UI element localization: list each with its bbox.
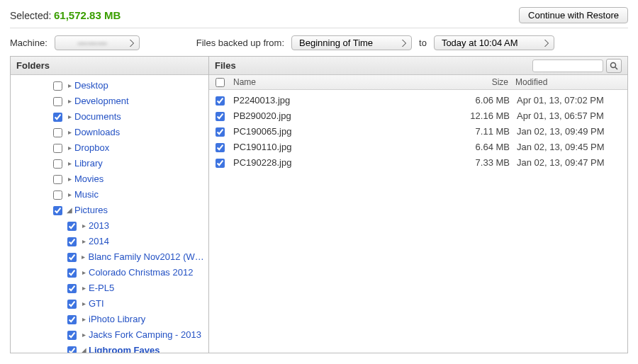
folder-row[interactable]: ◢Pictures — [11, 203, 208, 218]
col-size[interactable]: Size — [452, 77, 508, 87]
folder-label[interactable]: E-PL5 — [89, 281, 114, 295]
file-row[interactable]: PC190228.jpg7.33 MBJan 02, 13, 09:47 PM — [209, 155, 627, 171]
folder-checkbox[interactable] — [67, 253, 77, 262]
chevron-right-icon[interactable]: ▸ — [80, 234, 87, 249]
folder-label[interactable]: Dropbox — [74, 141, 109, 155]
folder-row[interactable]: ▸Dropbox — [11, 140, 208, 156]
select-all-checkbox[interactable] — [216, 78, 225, 87]
folder-label[interactable]: Documents — [74, 110, 121, 124]
search-button[interactable] — [606, 59, 622, 73]
folder-row[interactable]: ▸Documents — [11, 109, 208, 125]
folder-label[interactable]: Lighroom Faves — [89, 343, 160, 353]
folder-label[interactable]: Development — [74, 94, 129, 108]
col-modified[interactable]: Modified — [508, 77, 622, 87]
file-checkbox[interactable] — [216, 112, 225, 121]
folder-checkbox[interactable] — [67, 315, 77, 324]
folder-row[interactable]: ◢Lighroom Faves — [11, 343, 208, 353]
folder-checkbox[interactable] — [67, 331, 77, 340]
chevron-right-icon[interactable]: ▸ — [80, 250, 86, 264]
folder-row[interactable]: ▸Music — [11, 187, 208, 203]
folder-checkbox[interactable] — [53, 113, 62, 122]
continue-restore-button[interactable]: Continue with Restore — [519, 7, 628, 23]
folder-checkbox[interactable] — [67, 237, 77, 246]
folder-label[interactable]: Movies — [74, 172, 103, 186]
file-checkbox[interactable] — [216, 127, 225, 137]
chevron-right-icon[interactable]: ▸ — [80, 266, 87, 280]
file-list[interactable]: P2240013.jpg6.06 MBApr 01, 13, 07:02 PMP… — [209, 90, 627, 353]
folder-label[interactable]: Blanc Family Nov2012 (Willi... — [88, 250, 204, 264]
folder-label[interactable]: Colorado Christmas 2012 — [89, 266, 193, 280]
folder-row[interactable]: ▸iPhoto Library — [11, 312, 208, 327]
chevron-down-icon[interactable]: ◢ — [66, 203, 73, 217]
file-name: PC190228.jpg — [232, 156, 453, 170]
chevron-right-icon[interactable]: ▸ — [66, 110, 73, 124]
file-checkbox[interactable] — [216, 96, 225, 106]
folder-checkbox[interactable] — [53, 144, 62, 153]
folder-checkbox[interactable] — [53, 206, 62, 215]
date-from-select[interactable]: Beginning of Time — [291, 35, 412, 50]
chevron-right-icon[interactable]: ▸ — [66, 157, 73, 171]
folder-label[interactable]: 2014 — [89, 234, 109, 249]
folder-row[interactable]: ▸Library — [11, 156, 208, 171]
folder-row[interactable]: ▸Colorado Christmas 2012 — [11, 265, 208, 280]
folder-label[interactable]: Downloads — [74, 125, 120, 140]
folder-label[interactable]: 2013 — [89, 219, 109, 233]
folder-checkbox[interactable] — [53, 128, 62, 137]
folder-row[interactable]: ▸2013 — [11, 218, 208, 234]
folder-label[interactable]: GTI — [89, 297, 104, 311]
chevron-right-icon[interactable]: ▸ — [66, 125, 73, 140]
search-input[interactable] — [532, 59, 603, 72]
folder-label[interactable]: iPhoto Library — [89, 312, 145, 326]
folder-row[interactable]: ▸2014 — [11, 234, 208, 249]
chevron-right-icon[interactable]: ▸ — [66, 94, 73, 108]
date-to-select[interactable]: Today at 10:04 AM — [434, 35, 554, 50]
folder-row[interactable]: ▸Desktop — [11, 78, 208, 93]
chevron-right-icon[interactable]: ▸ — [66, 172, 73, 186]
folder-row[interactable]: ▸E-PL5 — [11, 280, 208, 296]
file-row[interactable]: PB290020.jpg12.16 MBApr 01, 13, 06:57 PM — [209, 108, 627, 124]
file-row[interactable]: P2240013.jpg6.06 MBApr 01, 13, 07:02 PM — [209, 93, 627, 108]
folder-row[interactable]: ▸Development — [11, 93, 208, 109]
chevron-right-icon[interactable]: ▸ — [80, 328, 87, 342]
col-name[interactable]: Name — [232, 77, 452, 87]
folders-title: Folders — [16, 60, 50, 71]
folder-label[interactable]: Pictures — [74, 203, 108, 217]
chevron-down-icon[interactable]: ◢ — [80, 343, 87, 353]
folder-checkbox[interactable] — [67, 268, 77, 278]
file-name: PC190065.jpg — [232, 125, 453, 139]
folder-row[interactable]: ▸Movies — [11, 171, 208, 187]
chevron-right-icon[interactable]: ▸ — [80, 312, 87, 326]
chevron-right-icon[interactable]: ▸ — [66, 141, 73, 155]
machine-select[interactable]: ——— — [55, 35, 140, 50]
file-name: PC190110.jpg — [232, 140, 453, 154]
folder-label[interactable]: Library — [74, 157, 103, 171]
folder-label[interactable]: Music — [74, 188, 99, 202]
folder-checkbox[interactable] — [53, 159, 62, 169]
folder-checkbox[interactable] — [67, 300, 77, 309]
file-checkbox[interactable] — [216, 143, 225, 152]
file-size: 12.16 MB — [453, 109, 510, 123]
folder-tree[interactable]: ▸Desktop▸Development▸Documents▸Downloads… — [11, 75, 208, 353]
chevron-right-icon[interactable]: ▸ — [80, 281, 87, 295]
file-row[interactable]: PC190110.jpg6.64 MBJan 02, 13, 09:45 PM — [209, 140, 627, 155]
file-checkbox[interactable] — [216, 159, 225, 168]
folder-row[interactable]: ▸Blanc Family Nov2012 (Willi... — [11, 249, 208, 265]
folder-checkbox[interactable] — [53, 190, 62, 200]
folder-checkbox[interactable] — [53, 175, 62, 184]
file-modified: Apr 01, 13, 06:57 PM — [510, 109, 623, 123]
chevron-right-icon[interactable]: ▸ — [80, 297, 87, 311]
file-row[interactable]: PC190065.jpg7.11 MBJan 02, 13, 09:49 PM — [209, 124, 627, 140]
folder-checkbox[interactable] — [53, 97, 62, 106]
folder-checkbox[interactable] — [67, 222, 77, 231]
chevron-right-icon[interactable]: ▸ — [66, 188, 73, 202]
folder-checkbox[interactable] — [67, 284, 77, 293]
chevron-right-icon[interactable]: ▸ — [80, 219, 87, 233]
folder-checkbox[interactable] — [67, 346, 77, 353]
folder-label[interactable]: Desktop — [74, 79, 108, 93]
folder-row[interactable]: ▸Downloads — [11, 125, 208, 140]
folder-row[interactable]: ▸GTI — [11, 296, 208, 312]
folder-row[interactable]: ▸Jacks Fork Camping - 2013 — [11, 327, 208, 343]
chevron-right-icon[interactable]: ▸ — [66, 79, 73, 93]
folder-label[interactable]: Jacks Fork Camping - 2013 — [89, 328, 201, 342]
folder-checkbox[interactable] — [53, 81, 62, 91]
